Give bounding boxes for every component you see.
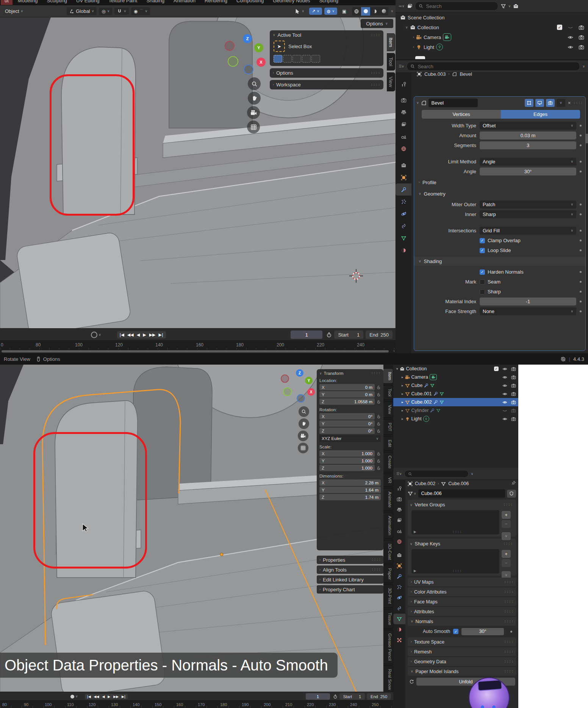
add-shape-key-button[interactable]: + xyxy=(502,550,511,558)
sidebar-tab-real-snow[interactable]: Real Snow xyxy=(383,666,393,694)
sidebar-tab-grease-pencil[interactable]: Grease Pencil xyxy=(383,630,393,664)
axis-x-handle[interactable]: X xyxy=(256,58,266,67)
options-dropdown[interactable]: Options∨ xyxy=(361,19,393,28)
modifier-badge-icon[interactable] xyxy=(430,408,435,413)
remesh-panel-header[interactable]: ›Remesh:::: xyxy=(408,647,516,656)
rotation-y-field[interactable]: Y0° xyxy=(319,420,375,427)
close-icon[interactable]: × xyxy=(567,100,572,106)
sidebar-tab-pdt[interactable]: PDT xyxy=(383,419,393,435)
tab-scripting[interactable]: Scripting xyxy=(315,0,342,5)
timeline-ruler-top[interactable]: 0 80 100 120 140 160 180 200 220 240 xyxy=(0,340,396,351)
properties-editor-icon[interactable]: ☰∨ xyxy=(399,65,404,68)
tab-modeling[interactable]: Modeling xyxy=(14,0,42,5)
scrollbar-end-icon[interactable]: ‹ xyxy=(393,348,395,353)
tab-render[interactable] xyxy=(393,494,405,504)
resize-handle[interactable]: ▶ xyxy=(414,569,416,573)
shape-keys-list[interactable]: ▶ :::: xyxy=(411,549,499,573)
active-tool-panel-header[interactable]: ∨ Active Tool :::: xyxy=(270,30,383,40)
tab-world[interactable] xyxy=(396,143,411,155)
lock-open-icon[interactable] xyxy=(377,385,381,389)
affect-vertices-button[interactable]: Vertices xyxy=(422,110,501,119)
stopwatch-icon[interactable] xyxy=(326,332,332,338)
editmode-display-toggle[interactable] xyxy=(525,99,533,107)
proportional-editing-dropdown[interactable]: ◉⌒∨ xyxy=(131,7,150,15)
paper-model-islands-panel-header[interactable]: ∨Paper Model Islands:::: xyxy=(408,667,516,676)
axis-y-handle[interactable]: Y xyxy=(254,43,263,52)
outliner-row-light[interactable]: › Light ⚲ xyxy=(396,42,588,52)
camera-view-button[interactable] xyxy=(298,431,308,441)
geometry-data-panel-header[interactable]: ›Geometry Data:::: xyxy=(408,657,516,666)
remove-shape-key-button[interactable]: − xyxy=(502,559,511,567)
sidebar-tab-tissue[interactable]: Tissue xyxy=(383,609,393,628)
mode-dropdown[interactable]: Object∨ xyxy=(2,7,26,15)
tab-collection[interactable] xyxy=(393,550,405,561)
mesh-data-badge-icon[interactable] xyxy=(430,383,435,388)
animate-dot[interactable] xyxy=(580,310,582,312)
breadcrumb-modifier[interactable]: Bevel xyxy=(460,71,472,77)
sidebar-tab-3dcoat[interactable]: 3D-Coat xyxy=(383,540,393,563)
tab-uv-editing[interactable]: UV Editing xyxy=(72,0,103,5)
vertex-groups-header[interactable]: ∨Vertex Groups:::: xyxy=(410,501,514,509)
jump-to-start-button[interactable]: |◀ xyxy=(86,694,92,699)
timeline-scrollbar[interactable]: ‹ xyxy=(0,349,396,353)
pivot-point-dropdown[interactable]: ◎∨ xyxy=(99,8,112,15)
tab-particles[interactable] xyxy=(393,582,405,592)
eye-icon[interactable] xyxy=(502,383,507,388)
navigation-gizmo[interactable]: Z Y X xyxy=(222,34,271,76)
tab-object-data[interactable] xyxy=(393,614,405,624)
shading-material-button[interactable] xyxy=(370,7,379,16)
previous-keyframe-button[interactable]: ◀◀ xyxy=(93,694,100,699)
play-button[interactable]: ▶ xyxy=(142,332,147,338)
outliner-row-camera[interactable]: ▸ Camera xyxy=(393,373,518,381)
mark-sharp-checkbox[interactable]: Sharp xyxy=(480,289,576,294)
select-subtract-button[interactable] xyxy=(292,55,301,63)
properties-search-input[interactable] xyxy=(417,63,577,70)
vertex-group-specials-button[interactable]: ∨ xyxy=(502,532,511,540)
animate-dot[interactable] xyxy=(510,631,512,633)
miter-inner-dropdown[interactable]: Sharp∨ xyxy=(480,210,576,218)
miter-outer-dropdown[interactable]: Patch∨ xyxy=(480,200,576,208)
camera-visibility-icon[interactable] xyxy=(511,375,516,380)
animate-dot[interactable] xyxy=(580,144,582,146)
panel-property-chart[interactable]: ›Property Chart xyxy=(317,585,383,594)
animate-dot[interactable] xyxy=(580,301,582,302)
perspective-toggle-button[interactable] xyxy=(247,121,260,133)
panel-grip[interactable]: :::: xyxy=(504,590,514,594)
navigation-gizmo[interactable]: Z Y X xyxy=(278,369,320,403)
new-collection-icon[interactable] xyxy=(513,3,519,9)
sidebar-tab-item[interactable]: Item xyxy=(387,33,395,51)
pin-icon[interactable] xyxy=(511,481,516,486)
profile-subpanel-header[interactable]: ›Profile xyxy=(414,178,585,187)
autokey-toggle[interactable]: ∨ xyxy=(70,695,78,699)
tab-render[interactable] xyxy=(396,94,411,106)
select-invert-button[interactable] xyxy=(302,55,311,63)
material-index-field[interactable]: -1 xyxy=(480,298,576,305)
panel-grip[interactable]: :::: xyxy=(573,101,583,105)
sidebar-tab-vr[interactable]: VR xyxy=(383,474,393,487)
outliner-row-cylinder[interactable]: ▸ Cylinder xyxy=(393,406,518,415)
panel-grip[interactable]: :::: xyxy=(371,33,380,37)
tab-object[interactable] xyxy=(396,171,411,183)
filter-display-icon[interactable] xyxy=(407,3,413,9)
tab-sculpting[interactable]: Sculpting xyxy=(43,0,71,5)
lock-open-icon[interactable] xyxy=(377,392,381,396)
tab-constraints[interactable] xyxy=(396,220,411,232)
stopwatch-icon[interactable] xyxy=(333,694,338,699)
axis-z-handle[interactable]: Z xyxy=(243,34,252,43)
sidebar-tab-tool[interactable]: Tool xyxy=(383,385,393,400)
rotation-x-field[interactable]: X0° xyxy=(319,413,375,420)
outliner-search-input[interactable] xyxy=(425,3,494,9)
location-z-field[interactable]: Z1.0558 m xyxy=(319,398,375,405)
shading-dropdown-chevron-icon[interactable]: ∨ xyxy=(391,9,393,13)
tab-rendering[interactable]: Rendering xyxy=(201,0,231,5)
outliner-row-cube[interactable]: ▸ Cube xyxy=(393,381,518,390)
active-camera-badge-icon[interactable] xyxy=(430,374,437,380)
attributes-panel-header[interactable]: ›Attributes:::: xyxy=(408,607,516,616)
outliner-row-collection[interactable]: ▾ Collection ✓ xyxy=(393,365,518,373)
properties-editor-icon[interactable]: ☰∨ xyxy=(396,472,402,476)
location-y-field[interactable]: Y0 m xyxy=(319,391,375,398)
axis-z-negative-handle[interactable] xyxy=(297,394,305,403)
filter-icon[interactable] xyxy=(500,3,506,9)
clamp-overlap-checkbox[interactable]: ✓Clamp Overlap xyxy=(480,238,576,243)
camera-visibility-icon[interactable] xyxy=(579,25,584,30)
